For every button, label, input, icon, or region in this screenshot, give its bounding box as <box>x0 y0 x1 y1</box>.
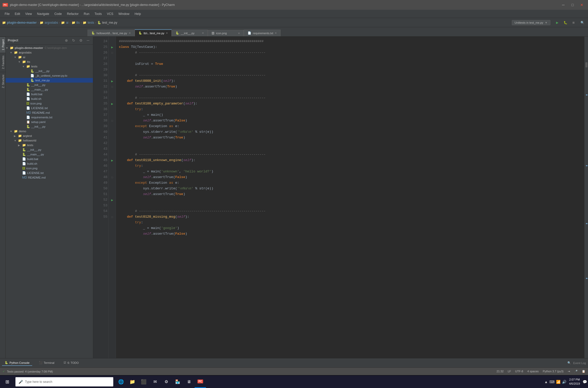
tree-item-readme-hw[interactable]: MD README.md <box>6 175 93 180</box>
run-arrow-45[interactable]: ▶ <box>111 159 113 162</box>
gutter-row-35[interactable]: ▶ <box>109 101 116 107</box>
taskbar-clock[interactable]: 2:07 PM 4/6/2019 <box>569 378 580 386</box>
tray-up-icon[interactable]: ▲ <box>544 380 548 384</box>
tree-item-main-tts[interactable]: 🐍 __main__.py <box>6 87 93 92</box>
status-line-col[interactable]: 21:32 <box>497 370 504 373</box>
tab-close-icon-png[interactable]: ✕ <box>238 32 240 35</box>
tree-arrow-tts[interactable]: ▼ <box>18 60 22 63</box>
menu-vcs[interactable]: VCS <box>104 11 116 17</box>
tree-item-jb-runner[interactable]: 📄 _jb_unittest_runner.py.lo <box>6 73 93 78</box>
start-button[interactable]: ⊞ <box>1 376 13 388</box>
taskbar-display[interactable]: 🖥 <box>183 376 195 388</box>
gutter-row-31[interactable]: ▶ <box>109 78 116 84</box>
tab-todo[interactable]: ☑ 6: TODO <box>61 360 81 366</box>
taskbar-notification-icon[interactable]: 💬 <box>583 380 587 384</box>
run-button[interactable]: ▶ <box>554 19 561 26</box>
taskbar-ie[interactable]: 🌐 <box>115 376 127 388</box>
tree-item-build-bat[interactable]: 📄 build.bat <box>6 92 93 96</box>
status-indent[interactable]: 4 spaces <box>527 370 539 373</box>
tab-close-requirements[interactable]: ✕ <box>275 32 277 34</box>
debug-button[interactable]: 🐛 <box>562 19 569 26</box>
taskbar-mail[interactable]: ✉ <box>149 376 161 388</box>
tree-arrow[interactable]: ▼ <box>6 47 10 49</box>
tree-item-license-hw[interactable]: 📄 LICENSE.txt <box>6 171 93 175</box>
tree-item-icon-png[interactable]: 🖼 icon.png <box>6 101 93 106</box>
run-arrow-52[interactable]: ▶ <box>111 199 113 201</box>
menu-refactor[interactable]: Refactor <box>64 11 81 17</box>
tab-close-tts[interactable]: ✕ <box>166 32 168 34</box>
stop-button[interactable]: ⏹ <box>570 19 577 26</box>
menu-view[interactable]: View <box>23 11 34 17</box>
gutter-row-55[interactable]: ◻ <box>109 214 116 220</box>
taskbar-ms-store[interactable]: 🏪 <box>172 376 183 388</box>
tree-item-demo[interactable]: ▼ 📁 demo <box>6 129 93 134</box>
fold-48[interactable]: ◻ <box>111 176 113 179</box>
gutter-row-48[interactable]: ◻ <box>109 174 116 180</box>
menu-navigate[interactable]: Navigate <box>34 11 52 17</box>
menu-window[interactable]: Window <box>116 11 132 17</box>
tree-arrow-ai[interactable]: ▼ <box>14 56 18 59</box>
status-line-ending[interactable]: LF <box>508 370 511 373</box>
tree-item-init-tts[interactable]: 🐍 __init__.py <box>6 83 93 87</box>
editor-right-scrollbar[interactable] <box>584 37 588 358</box>
tree-arrow-helloworld[interactable]: ▼ <box>14 139 18 142</box>
tab-icon-png[interactable]: 🖼 icon.png ✕ <box>208 30 244 36</box>
menu-code[interactable]: Code <box>52 11 64 17</box>
fold-32[interactable]: ◻ <box>111 85 113 88</box>
tab-tts-test-me[interactable]: 🐍 tts\...\test_me.py ✕ <box>135 29 172 36</box>
tree-item-plugin-demo-master[interactable]: ▼ 📁 plugin-demo-master C:\work\plugin-de… <box>6 46 93 50</box>
tree-item-setup-yaml[interactable]: 📋 setup.yaml <box>6 120 93 124</box>
tree-item-init-ai[interactable]: 🐍 __init__.py <box>6 124 93 129</box>
tree-arrow-tests[interactable]: ▼ <box>22 65 26 68</box>
side-tab-project[interactable]: 1: Project <box>0 37 5 53</box>
tree-item-tests[interactable]: ▼ 📁 tests <box>6 64 93 69</box>
status-python[interactable]: Python 3.7 (py3) <box>543 370 564 373</box>
gutter-row-26[interactable]: ◻ <box>109 50 116 56</box>
tab-helloworld-test-me[interactable]: 🐍 helloworld\...\test_me.py ✕ <box>88 30 135 36</box>
tray-network-icon[interactable]: 📶 <box>556 380 560 384</box>
tree-item-helloworld[interactable]: ▼ 📁 helloworld <box>6 138 93 143</box>
tree-item-main-hw[interactable]: 🐍 __main__.py <box>6 152 93 157</box>
tree-arrow-demo[interactable]: ▼ <box>10 130 14 133</box>
tray-keyboard-icon[interactable]: ⌨ <box>549 380 555 384</box>
tab-python-console[interactable]: 🐍 Python Console <box>2 360 32 366</box>
status-encoding[interactable]: UTF-8 <box>515 370 523 373</box>
tab-close-init[interactable]: ✕ <box>202 32 204 34</box>
breadcrumb-ai[interactable]: ai <box>66 21 68 24</box>
tree-arrow-tests-hw[interactable]: ▶ <box>18 144 22 147</box>
maximize-button[interactable]: □ <box>569 2 576 8</box>
run-arrow-35[interactable]: ▶ <box>111 102 113 105</box>
tree-item-icon-hw[interactable]: 🖼 icon.png <box>6 166 93 171</box>
code-content[interactable]: ########################################… <box>116 37 584 358</box>
sidebar-new-file-icon[interactable]: ⊕ <box>64 38 69 43</box>
tree-item-build-bat-hw[interactable]: 📄 build.bat <box>6 157 93 161</box>
tree-item-test-me[interactable]: 🐍 test_me.py <box>6 78 93 83</box>
tree-item-init-hw[interactable]: 🐍 __init__.py <box>6 147 93 152</box>
breadcrumb-tts[interactable]: tts <box>76 21 80 24</box>
run-arrow-31[interactable]: ▶ <box>111 80 113 83</box>
breadcrumb-argoslabs[interactable]: argoslabs <box>45 21 58 24</box>
tree-item-argoslabs[interactable]: ▼ 📁 argoslabs <box>6 50 93 55</box>
menu-file[interactable]: File <box>2 11 12 17</box>
fold-26[interactable]: ◻ <box>111 51 113 54</box>
tree-item-init-tests[interactable]: 🐍 __init__.py <box>6 69 93 73</box>
menu-edit[interactable]: Edit <box>12 11 23 17</box>
run-arrow-25[interactable]: ▶ <box>111 46 113 49</box>
tree-arrow-argtest[interactable]: ▶ <box>14 135 18 137</box>
tab-terminal[interactable]: ⬛ Terminal <box>36 360 57 366</box>
taskbar-explorer[interactable]: 📁 <box>127 376 138 388</box>
tree-item-tts[interactable]: ▼ 📁 tts <box>6 59 93 64</box>
tree-item-ai[interactable]: ▼ 📁 ai <box>6 55 93 59</box>
close-button[interactable]: ✕ <box>578 2 585 8</box>
tree-item-argtest[interactable]: ▶ 📁 argtest <box>6 134 93 138</box>
run-config-selector[interactable]: Unittests in test_me.py ▼ <box>512 20 550 25</box>
side-tab-structure[interactable]: Z: Structure <box>0 72 5 91</box>
taskbar-store[interactable]: ⬛ <box>138 376 149 388</box>
breadcrumb-root[interactable]: plugin-demo-master <box>7 21 37 24</box>
gutter-row-25[interactable]: ▶ <box>109 44 116 50</box>
gutter-row-52[interactable]: ▶ <box>109 197 116 203</box>
menu-help[interactable]: Help <box>132 11 144 17</box>
tab-init[interactable]: 🐍 __init__.py ✕ <box>172 30 208 36</box>
taskbar-pycharm[interactable]: PC <box>195 376 206 388</box>
sidebar-settings-icon[interactable]: ⚙ <box>78 38 84 43</box>
